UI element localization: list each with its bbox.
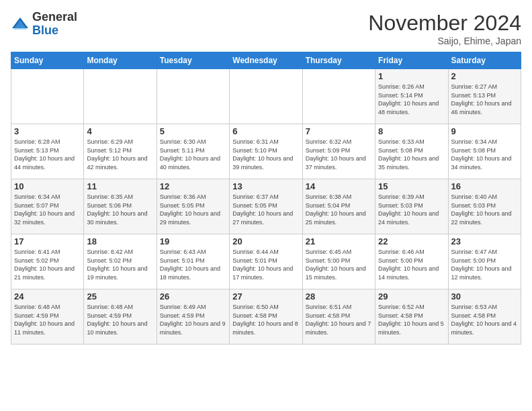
- table-row: 2Sunrise: 6:27 AM Sunset: 5:13 PM Daylig…: [448, 69, 521, 124]
- day-info: Sunrise: 6:37 AM Sunset: 5:05 PM Dayligh…: [232, 193, 299, 226]
- day-number: 22: [378, 236, 445, 246]
- calendar-table: Sunday Monday Tuesday Wednesday Thursday…: [11, 52, 521, 345]
- table-row: 27Sunrise: 6:50 AM Sunset: 4:58 PM Dayli…: [230, 289, 302, 345]
- day-info: Sunrise: 6:27 AM Sunset: 5:13 PM Dayligh…: [451, 83, 518, 116]
- day-info: Sunrise: 6:30 AM Sunset: 5:11 PM Dayligh…: [160, 138, 226, 171]
- table-row: 8Sunrise: 6:33 AM Sunset: 5:08 PM Daylig…: [375, 124, 448, 179]
- day-info: Sunrise: 6:29 AM Sunset: 5:12 PM Dayligh…: [87, 138, 153, 171]
- calendar-week-row: 3Sunrise: 6:28 AM Sunset: 5:13 PM Daylig…: [11, 124, 521, 179]
- day-info: Sunrise: 6:44 AM Sunset: 5:01 PM Dayligh…: [232, 248, 299, 281]
- day-number: 1: [378, 71, 445, 81]
- day-info: Sunrise: 6:52 AM Sunset: 4:58 PM Dayligh…: [378, 303, 445, 336]
- page-header: General Blue November 2024 Saijo, Ehime,…: [11, 11, 521, 46]
- table-row: 22Sunrise: 6:46 AM Sunset: 5:00 PM Dayli…: [375, 234, 448, 289]
- day-number: 30: [451, 291, 518, 302]
- month-title: November 2024: [368, 11, 521, 36]
- table-row: [302, 69, 375, 124]
- table-row: 19Sunrise: 6:43 AM Sunset: 5:01 PM Dayli…: [157, 234, 229, 289]
- table-row: 23Sunrise: 6:47 AM Sunset: 5:00 PM Dayli…: [448, 234, 521, 289]
- table-row: 1Sunrise: 6:26 AM Sunset: 5:14 PM Daylig…: [375, 69, 448, 124]
- day-number: 29: [378, 291, 445, 302]
- day-info: Sunrise: 6:48 AM Sunset: 4:59 PM Dayligh…: [87, 303, 153, 336]
- table-row: 5Sunrise: 6:30 AM Sunset: 5:11 PM Daylig…: [157, 124, 229, 179]
- table-row: 26Sunrise: 6:49 AM Sunset: 4:59 PM Dayli…: [157, 289, 229, 345]
- header-saturday: Saturday: [448, 52, 521, 69]
- logo-text: General Blue: [32, 11, 77, 38]
- day-number: 2: [451, 71, 518, 81]
- table-row: 12Sunrise: 6:36 AM Sunset: 5:05 PM Dayli…: [157, 179, 229, 234]
- day-info: Sunrise: 6:51 AM Sunset: 4:58 PM Dayligh…: [306, 303, 372, 336]
- day-number: 6: [232, 126, 299, 136]
- table-row: 3Sunrise: 6:28 AM Sunset: 5:13 PM Daylig…: [11, 124, 84, 179]
- table-row: 9Sunrise: 6:34 AM Sunset: 5:08 PM Daylig…: [448, 124, 521, 179]
- table-row: 15Sunrise: 6:39 AM Sunset: 5:03 PM Dayli…: [375, 179, 448, 234]
- day-number: 25: [87, 291, 153, 302]
- day-info: Sunrise: 6:39 AM Sunset: 5:03 PM Dayligh…: [378, 193, 445, 226]
- table-row: 4Sunrise: 6:29 AM Sunset: 5:12 PM Daylig…: [84, 124, 157, 179]
- calendar-week-row: 1Sunrise: 6:26 AM Sunset: 5:14 PM Daylig…: [11, 69, 521, 124]
- day-number: 10: [14, 181, 81, 191]
- table-row: 6Sunrise: 6:31 AM Sunset: 5:10 PM Daylig…: [230, 124, 302, 179]
- day-info: Sunrise: 6:31 AM Sunset: 5:10 PM Dayligh…: [232, 138, 299, 171]
- table-row: 10Sunrise: 6:34 AM Sunset: 5:07 PM Dayli…: [11, 179, 84, 234]
- calendar-week-row: 10Sunrise: 6:34 AM Sunset: 5:07 PM Dayli…: [11, 179, 521, 234]
- day-number: 17: [14, 236, 81, 246]
- header-thursday: Thursday: [302, 52, 375, 69]
- location-subtitle: Saijo, Ehime, Japan: [368, 36, 521, 46]
- day-number: 19: [160, 236, 226, 246]
- table-row: [84, 69, 157, 124]
- day-number: 8: [378, 126, 445, 136]
- logo: General Blue: [11, 11, 77, 38]
- day-info: Sunrise: 6:43 AM Sunset: 5:01 PM Dayligh…: [160, 248, 226, 281]
- day-number: 23: [451, 236, 518, 246]
- day-info: Sunrise: 6:34 AM Sunset: 5:08 PM Dayligh…: [451, 138, 518, 171]
- header-monday: Monday: [84, 52, 157, 69]
- table-row: 17Sunrise: 6:41 AM Sunset: 5:02 PM Dayli…: [11, 234, 84, 289]
- day-info: Sunrise: 6:32 AM Sunset: 5:09 PM Dayligh…: [306, 138, 372, 171]
- table-row: 24Sunrise: 6:48 AM Sunset: 4:59 PM Dayli…: [11, 289, 84, 345]
- day-info: Sunrise: 6:41 AM Sunset: 5:02 PM Dayligh…: [14, 248, 81, 281]
- day-number: 18: [87, 236, 153, 246]
- day-number: 12: [160, 181, 226, 191]
- day-info: Sunrise: 6:36 AM Sunset: 5:05 PM Dayligh…: [160, 193, 226, 226]
- day-number: 20: [232, 236, 299, 246]
- table-row: 30Sunrise: 6:53 AM Sunset: 4:58 PM Dayli…: [448, 289, 521, 345]
- day-info: Sunrise: 6:49 AM Sunset: 4:59 PM Dayligh…: [160, 303, 226, 336]
- day-info: Sunrise: 6:28 AM Sunset: 5:13 PM Dayligh…: [14, 138, 81, 171]
- day-number: 5: [160, 126, 226, 136]
- calendar-week-row: 24Sunrise: 6:48 AM Sunset: 4:59 PM Dayli…: [11, 289, 521, 345]
- day-info: Sunrise: 6:33 AM Sunset: 5:08 PM Dayligh…: [378, 138, 445, 171]
- table-row: 20Sunrise: 6:44 AM Sunset: 5:01 PM Dayli…: [230, 234, 302, 289]
- day-number: 13: [232, 181, 299, 191]
- table-row: 11Sunrise: 6:35 AM Sunset: 5:06 PM Dayli…: [84, 179, 157, 234]
- logo-icon: [11, 15, 30, 34]
- day-number: 21: [306, 236, 372, 246]
- day-info: Sunrise: 6:26 AM Sunset: 5:14 PM Dayligh…: [378, 83, 445, 116]
- table-row: 14Sunrise: 6:38 AM Sunset: 5:04 PM Dayli…: [302, 179, 375, 234]
- day-number: 28: [306, 291, 372, 302]
- table-row: 21Sunrise: 6:45 AM Sunset: 5:00 PM Dayli…: [302, 234, 375, 289]
- day-number: 9: [451, 126, 518, 136]
- table-row: [230, 69, 302, 124]
- table-row: 29Sunrise: 6:52 AM Sunset: 4:58 PM Dayli…: [375, 289, 448, 345]
- day-number: 27: [232, 291, 299, 302]
- day-number: 3: [14, 126, 81, 136]
- day-info: Sunrise: 6:40 AM Sunset: 5:03 PM Dayligh…: [451, 193, 518, 226]
- table-row: [11, 69, 84, 124]
- day-info: Sunrise: 6:42 AM Sunset: 5:02 PM Dayligh…: [87, 248, 153, 281]
- day-number: 14: [306, 181, 372, 191]
- day-info: Sunrise: 6:34 AM Sunset: 5:07 PM Dayligh…: [14, 193, 81, 226]
- header-tuesday: Tuesday: [157, 52, 229, 69]
- calendar-page: General Blue November 2024 Saijo, Ehime,…: [0, 0, 532, 411]
- table-row: 18Sunrise: 6:42 AM Sunset: 5:02 PM Dayli…: [84, 234, 157, 289]
- day-info: Sunrise: 6:46 AM Sunset: 5:00 PM Dayligh…: [378, 248, 445, 281]
- table-row: 25Sunrise: 6:48 AM Sunset: 4:59 PM Dayli…: [84, 289, 157, 345]
- day-info: Sunrise: 6:45 AM Sunset: 5:00 PM Dayligh…: [306, 248, 372, 281]
- day-number: 26: [160, 291, 226, 302]
- day-number: 4: [87, 126, 153, 136]
- table-row: 28Sunrise: 6:51 AM Sunset: 4:58 PM Dayli…: [302, 289, 375, 345]
- day-number: 24: [14, 291, 81, 302]
- logo-blue: Blue: [32, 24, 58, 37]
- day-info: Sunrise: 6:35 AM Sunset: 5:06 PM Dayligh…: [87, 193, 153, 226]
- table-row: 13Sunrise: 6:37 AM Sunset: 5:05 PM Dayli…: [230, 179, 302, 234]
